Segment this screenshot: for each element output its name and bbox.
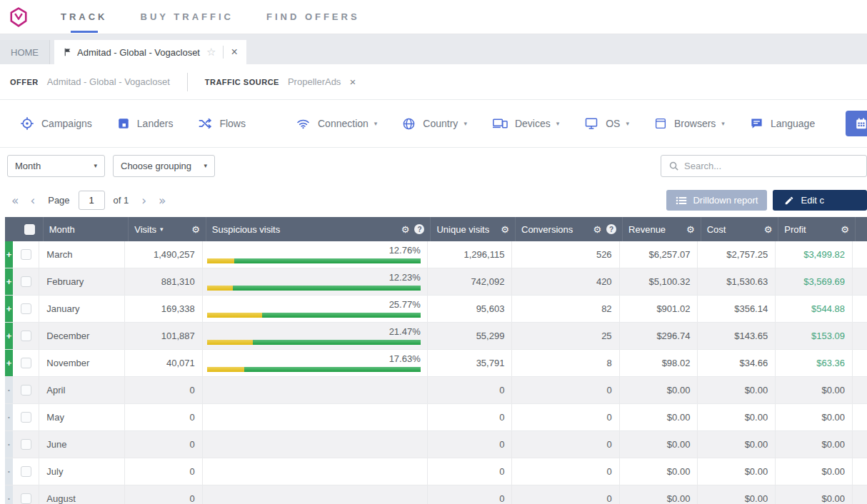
- revenue-cell: $0.00: [619, 404, 698, 430]
- traffic-source-filter-value[interactable]: PropellerAds: [288, 76, 341, 87]
- nav-item-find-offers[interactable]: FIND OFFERS: [266, 0, 360, 34]
- toolbar-item-connection[interactable]: Connection ▾: [296, 117, 377, 131]
- profit-cell: $0.00: [775, 485, 852, 504]
- column-header-month[interactable]: Month: [43, 217, 129, 241]
- row-expand-button[interactable]: +: [5, 268, 13, 295]
- unique-visits-cell: 0: [427, 458, 512, 485]
- row-checkbox-cell: [13, 431, 39, 458]
- column-label: Conversions: [521, 224, 588, 235]
- column-header-cost[interactable]: Cost ⚙: [701, 217, 778, 241]
- controls-row: Month ▾ Choose grouping ▾: [0, 148, 867, 183]
- cost-cell: $0.00: [697, 458, 775, 485]
- next-page-icon[interactable]: ›: [141, 193, 146, 208]
- row-checkbox[interactable]: [21, 249, 31, 260]
- row-checkbox[interactable]: [21, 385, 31, 395]
- favorite-star-icon[interactable]: ☆: [206, 46, 216, 59]
- suspicious-visits-cell: 17.63%: [202, 350, 427, 376]
- column-settings-gear-icon[interactable]: ⚙: [593, 224, 601, 235]
- tab-home-label: HOME: [11, 47, 39, 58]
- toolbar-item-language[interactable]: Language: [750, 117, 815, 131]
- toolbar-item-flows[interactable]: Flows: [198, 116, 246, 131]
- help-icon[interactable]: [606, 224, 616, 234]
- column-header-revenue[interactable]: Revenue ⚙: [622, 217, 701, 241]
- row-expand-button[interactable]: +: [5, 350, 13, 376]
- toolbar-item-label: Connection: [318, 118, 369, 129]
- nav-item-label: TRACK: [61, 11, 108, 22]
- help-icon[interactable]: [414, 224, 424, 234]
- conversions-cell: 25: [511, 323, 618, 349]
- column-header-conversions[interactable]: Conversions ⚙: [515, 217, 622, 241]
- toolbar-item-month-active[interactable]: Month ▾: [846, 111, 867, 136]
- column-settings-gear-icon[interactable]: ⚙: [401, 224, 410, 235]
- suspicious-bar-green: [234, 258, 421, 263]
- suspicious-bar-yellow: [207, 286, 234, 291]
- sort-desc-icon[interactable]: ▾: [160, 226, 164, 233]
- row-checkbox[interactable]: [21, 466, 31, 477]
- table-row: •April000$0.00$0.00$0.00: [5, 377, 867, 404]
- column-settings-gear-icon[interactable]: ⚙: [191, 224, 200, 235]
- row-expand-disabled-icon: •: [5, 485, 13, 504]
- row-checkbox[interactable]: [21, 331, 31, 341]
- column-label: Cost: [707, 224, 760, 235]
- select-all-checkbox[interactable]: [24, 224, 35, 235]
- last-page-icon[interactable]: »: [159, 193, 166, 208]
- row-checkbox[interactable]: [21, 276, 31, 287]
- row-checkbox[interactable]: [21, 439, 31, 450]
- month-cell: March: [39, 241, 124, 268]
- first-page-icon[interactable]: «: [11, 193, 19, 208]
- header-overflow-cell: [855, 217, 867, 241]
- tab-home[interactable]: HOME: [0, 40, 50, 64]
- conversions-cell: 0: [511, 377, 618, 403]
- toolbar-item-campaigns[interactable]: Campaigns: [20, 116, 92, 131]
- row-expand-button[interactable]: +: [5, 241, 13, 268]
- edit-columns-button[interactable]: Edit c: [773, 190, 867, 211]
- search-input[interactable]: [684, 161, 866, 171]
- column-header-visits[interactable]: Visits ▾ ⚙: [128, 217, 206, 241]
- tab-active-report[interactable]: Admitad - Global - Vogacloset ☆ ×: [54, 40, 246, 64]
- column-header-suspicious-visits[interactable]: Suspicious visits ⚙: [206, 217, 431, 241]
- toolbar-item-label: Devices: [515, 118, 551, 129]
- page-number-input[interactable]: [79, 191, 105, 210]
- column-header-unique-visits[interactable]: Unique visits ⚙: [430, 217, 515, 241]
- choose-grouping-select[interactable]: Choose grouping ▾: [113, 155, 215, 177]
- toolbar-item-os[interactable]: OS ▾: [584, 116, 629, 131]
- tab-close-icon[interactable]: ×: [231, 46, 237, 58]
- row-checkbox[interactable]: [21, 412, 31, 423]
- suspicious-bar: [207, 367, 421, 372]
- nav-item-track[interactable]: TRACK: [61, 0, 108, 34]
- visits-cell: 0: [124, 431, 202, 458]
- chevron-down-icon: ▾: [94, 162, 97, 169]
- toolbar-item-devices[interactable]: Devices ▾: [492, 116, 559, 131]
- row-checkbox[interactable]: [21, 303, 31, 314]
- month-cell: August: [39, 485, 124, 504]
- row-expand-button[interactable]: +: [5, 323, 13, 349]
- nav-item-buy-traffic[interactable]: BUY TRAFFIC: [141, 0, 234, 34]
- column-settings-gear-icon[interactable]: ⚙: [686, 224, 695, 235]
- toolbar-item-browsers[interactable]: Browsers ▾: [654, 117, 725, 130]
- drilldown-report-button[interactable]: Drilldown report: [666, 190, 767, 211]
- row-overflow-cell: [852, 431, 867, 458]
- grouping-select[interactable]: Month ▾: [7, 155, 105, 177]
- row-checkbox-cell: [13, 404, 39, 430]
- offer-filter-value[interactable]: Admitad - Global - Vogacloset: [47, 76, 170, 87]
- prev-page-icon[interactable]: ‹: [30, 193, 35, 208]
- toolbar-item-country[interactable]: Country ▾: [402, 117, 467, 131]
- table-row: •August000$0.00$0.00$0.00: [5, 485, 867, 504]
- active-nav-underline: [71, 31, 98, 33]
- toolbar-item-landers[interactable]: Landers: [117, 117, 174, 130]
- row-checkbox[interactable]: [21, 358, 31, 368]
- row-expand-button[interactable]: +: [5, 296, 13, 322]
- choose-grouping-value: Choose grouping: [121, 161, 191, 171]
- brand-logo-icon[interactable]: [9, 7, 28, 27]
- row-checkbox[interactable]: [21, 493, 31, 504]
- traffic-source-remove-icon[interactable]: ×: [349, 76, 356, 88]
- column-settings-gear-icon[interactable]: ⚙: [841, 224, 849, 235]
- month-cell: April: [39, 377, 124, 403]
- suspicious-visits-cell: 12.76%: [202, 241, 427, 268]
- column-header-profit[interactable]: Profit ⚙: [778, 217, 855, 241]
- column-settings-gear-icon[interactable]: ⚙: [764, 224, 773, 235]
- search-box[interactable]: [661, 155, 867, 177]
- column-settings-gear-icon[interactable]: ⚙: [501, 224, 509, 235]
- table-row: •July000$0.00$0.00$0.00: [5, 458, 867, 485]
- chevron-down-icon: ▾: [721, 120, 725, 127]
